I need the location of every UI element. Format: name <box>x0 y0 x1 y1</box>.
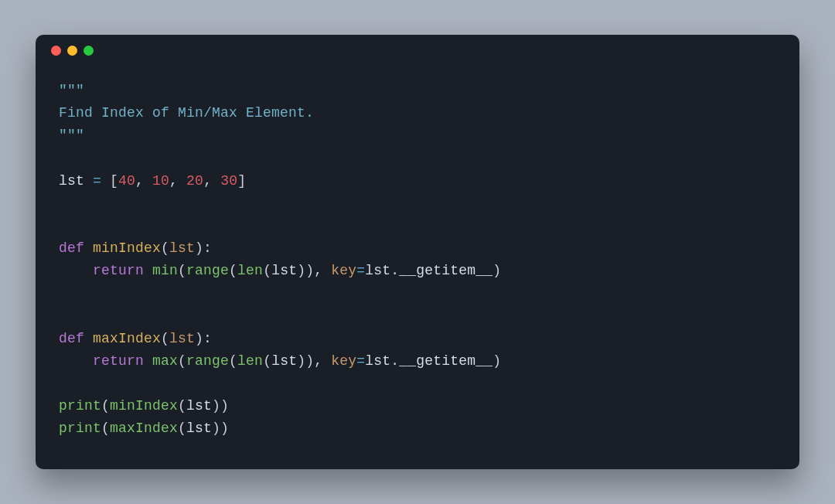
param-lst: lst <box>169 240 195 256</box>
variable-lst: lst <box>59 173 84 189</box>
bracket-close: ] <box>237 173 246 189</box>
colon: : <box>203 240 212 256</box>
paren-close: ) <box>212 421 220 436</box>
paren-open: ( <box>101 398 110 414</box>
builtin-len: len <box>237 353 263 369</box>
paren-close: ) <box>297 263 305 278</box>
paren-close: ) <box>492 353 501 369</box>
paren-open: ( <box>161 331 169 346</box>
builtin-print: print <box>59 421 101 436</box>
assign-op: = <box>356 263 365 278</box>
docstring-text: Find Index of Min/Max Element. <box>59 105 314 121</box>
builtin-range: range <box>186 263 229 278</box>
paren-open: ( <box>101 421 110 436</box>
literal-30: 30 <box>220 173 237 189</box>
dot: . <box>390 263 399 278</box>
bracket-open: [ <box>110 173 118 189</box>
comma: , <box>169 173 186 189</box>
paren-close: ) <box>212 398 220 414</box>
docstring-open: """ <box>59 83 84 98</box>
kwarg-key: key <box>331 263 356 278</box>
function-name-maxindex: maxIndex <box>93 331 161 346</box>
builtin-print: print <box>59 398 101 414</box>
paren-close: ) <box>305 353 314 369</box>
code-editor[interactable]: """ Find Index of Min/Max Element. """ l… <box>36 66 799 469</box>
attr-getitem: __getitem__ <box>399 263 492 278</box>
arg-lst: lst <box>271 263 297 278</box>
arg-lst: lst <box>186 421 212 436</box>
paren-open: ( <box>229 353 237 369</box>
paren-open: ( <box>178 398 186 414</box>
code-window: """ Find Index of Min/Max Element. """ l… <box>36 35 799 469</box>
paren-close: ) <box>220 398 229 414</box>
kwarg-key: key <box>331 353 356 369</box>
paren-open: ( <box>263 263 271 278</box>
comma: , <box>135 173 152 189</box>
keyword-return: return <box>93 263 144 278</box>
paren-close: ) <box>195 240 203 256</box>
assign-op: = <box>84 173 110 189</box>
minimize-icon[interactable] <box>67 46 77 56</box>
indent <box>59 353 93 369</box>
literal-40: 40 <box>118 173 135 189</box>
arg-lst: lst <box>186 398 212 414</box>
paren-open: ( <box>178 353 186 369</box>
builtin-max: max <box>152 353 178 369</box>
arg-lst: lst <box>365 263 390 278</box>
arg-lst: lst <box>271 353 297 369</box>
keyword-def: def <box>59 331 84 346</box>
dot: . <box>390 353 399 369</box>
comma: , <box>203 173 220 189</box>
close-icon[interactable] <box>51 46 61 56</box>
paren-close: ) <box>195 331 203 346</box>
keyword-return: return <box>93 353 144 369</box>
paren-open: ( <box>161 240 169 256</box>
paren-close: ) <box>492 263 501 278</box>
comma: , <box>314 353 331 369</box>
arg-lst: lst <box>365 353 390 369</box>
paren-open: ( <box>178 421 186 436</box>
call-maxindex: maxIndex <box>110 421 178 436</box>
paren-close: ) <box>220 421 229 436</box>
attr-getitem: __getitem__ <box>399 353 492 369</box>
paren-close: ) <box>305 263 314 278</box>
paren-open: ( <box>229 263 237 278</box>
colon: : <box>203 331 212 346</box>
builtin-min: min <box>152 263 178 278</box>
literal-20: 20 <box>186 173 203 189</box>
assign-op: = <box>356 353 365 369</box>
maximize-icon[interactable] <box>84 46 94 56</box>
indent <box>59 263 93 278</box>
keyword-def: def <box>59 240 84 256</box>
paren-open: ( <box>263 353 271 369</box>
builtin-len: len <box>237 263 263 278</box>
window-titlebar <box>36 35 799 66</box>
paren-open: ( <box>178 263 186 278</box>
param-lst: lst <box>169 331 195 346</box>
comma: , <box>314 263 331 278</box>
docstring-close: """ <box>59 128 84 143</box>
call-minindex: minIndex <box>110 398 178 414</box>
paren-close: ) <box>297 353 305 369</box>
literal-10: 10 <box>152 173 169 189</box>
builtin-range: range <box>186 353 229 369</box>
function-name-minindex: minIndex <box>93 240 161 256</box>
